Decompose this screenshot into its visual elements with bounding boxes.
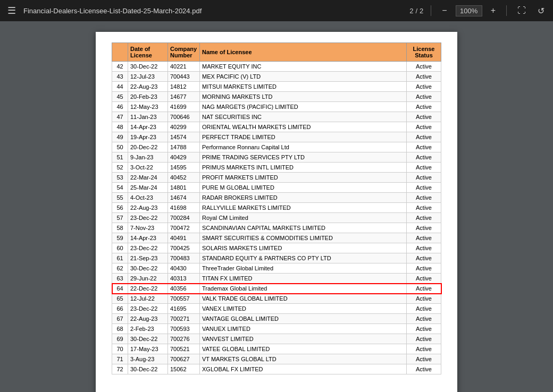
row-date: 4-Oct-23 — [128, 193, 168, 203]
zoom-in-button[interactable]: + — [488, 5, 499, 16]
row-licensee-name: Royal CM Limited — [200, 213, 407, 223]
table-row: 6422-Dec-2240356Trademax Global LimitedA… — [112, 284, 441, 294]
table-row: 5914-Apr-2340491SMART SECURITIES & COMMO… — [112, 233, 441, 243]
row-num: 71 — [112, 354, 128, 364]
pdf-viewer[interactable]: ⊙C KnowFX Date of License Company Number… — [0, 21, 553, 392]
row-date: 2-Feb-23 — [128, 324, 168, 334]
row-date: 3-Aug-23 — [128, 354, 168, 364]
row-licensee-name: RADAR BROKERS LIMITED — [200, 193, 407, 203]
row-status: Active — [407, 344, 441, 354]
toolbar: ☰ Financial-Dealers-Licensee-List-Dated-… — [0, 0, 553, 21]
row-company: 14801 — [168, 183, 200, 193]
row-company: 40299 — [168, 122, 200, 132]
row-date: 22-Aug-23 — [128, 82, 168, 92]
table-row: 4919-Apr-2314574PERFECT TRADE LIMITEDAct… — [112, 132, 441, 142]
row-licensee-name: ORIENTAL WEALTH MARKETS LIMITED — [200, 122, 407, 132]
row-company: 41695 — [168, 304, 200, 314]
row-status: Active — [407, 152, 441, 163]
row-company: 700425 — [168, 243, 200, 253]
row-company: 700646 — [168, 112, 200, 122]
table-row: 5020-Dec-2214788Performance Ronnaru Capi… — [112, 142, 441, 152]
table-row: 7017-May-23700521VATEE GLOBAL LIMITEDAct… — [112, 344, 441, 354]
divider — [431, 5, 431, 16]
table-row: 4230-Dec-2240221MARKET EQUITY INCActive — [112, 62, 441, 72]
row-status: Active — [407, 294, 441, 304]
row-date: 17-May-23 — [128, 344, 168, 354]
row-licensee-name: VANEX LIMITED — [200, 304, 407, 314]
row-num: 66 — [112, 304, 128, 314]
row-date: 20-Dec-22 — [128, 142, 168, 152]
row-date: 30-Dec-22 — [128, 334, 168, 344]
table-row: 6023-Dec-22700425SOLARIS MARKETS LIMITED… — [112, 243, 441, 253]
table-row: 5723-Dec-22700284Royal CM LimitedActive — [112, 213, 441, 223]
page-separator: / — [415, 7, 417, 15]
history-button[interactable]: ↺ — [534, 5, 548, 17]
row-licensee-name: NAG MARGETS (PACIFIC) LIMITED — [200, 102, 407, 112]
fit-page-button[interactable]: ⛶ — [514, 5, 529, 16]
row-date: 22-Aug-23 — [128, 314, 168, 324]
menu-icon[interactable]: ☰ — [5, 3, 18, 19]
row-status: Active — [407, 132, 441, 142]
table-row: 6121-Sep-23700483STANDARD EQUITY & PARTN… — [112, 253, 441, 263]
row-company: 15062 — [168, 364, 200, 374]
document-title: Financial-Dealers-Licensee-List-Dated-25… — [23, 7, 404, 15]
row-company: 40452 — [168, 173, 200, 183]
row-num: 49 — [112, 132, 128, 142]
row-date: 14-Apr-23 — [128, 233, 168, 243]
row-status: Active — [407, 82, 441, 92]
row-licensee-name: MORNING MARKETS LTD — [200, 92, 407, 102]
row-company: 14595 — [168, 163, 200, 173]
table-row: 682-Feb-23700593VANUEX LIMITEDActive — [112, 324, 441, 334]
table-row: 4711-Jan-23700646NAT SECURITIES INCActiv… — [112, 112, 441, 122]
row-company: 700443 — [168, 72, 200, 82]
table-row: 554-Oct-2314674RADAR BROKERS LIMITEDActi… — [112, 193, 441, 203]
row-licensee-name: MITSUI MARKETS LIMITED — [200, 82, 407, 92]
table-row: 713-Aug-23700627VT MARKETS GLOBAL LTDAct… — [112, 354, 441, 364]
row-date: 12-Jul-23 — [128, 72, 168, 82]
row-company: 700483 — [168, 253, 200, 263]
row-company: 40429 — [168, 152, 200, 163]
row-status: Active — [407, 213, 441, 223]
page-indicator: 2 / 2 — [409, 7, 423, 15]
row-num: 57 — [112, 213, 128, 223]
page-current: 2 — [409, 7, 413, 15]
row-num: 59 — [112, 233, 128, 243]
row-num: 56 — [112, 203, 128, 213]
zoom-level: 100% — [456, 5, 482, 16]
row-num: 67 — [112, 314, 128, 324]
row-status: Active — [407, 72, 441, 82]
row-licensee-name: SOLARIS MARKETS LIMITED — [200, 243, 407, 253]
row-company: 40221 — [168, 62, 200, 72]
row-status: Active — [407, 92, 441, 102]
table-row: 519-Jan-2340429PRIME TRADING SERVICES PT… — [112, 152, 441, 163]
row-num: 47 — [112, 112, 128, 122]
row-company: 14674 — [168, 193, 200, 203]
row-company: 700557 — [168, 294, 200, 304]
licensee-table: Date of License Company Number Name of L… — [112, 42, 441, 374]
row-status: Active — [407, 112, 441, 122]
row-licensee-name: VANTAGE GLOBAL LIMITED — [200, 314, 407, 324]
row-date: 23-Dec-22 — [128, 304, 168, 314]
col-company: Company Number — [168, 43, 200, 62]
row-licensee-name: PURE M GLOBAL LIMITED — [200, 183, 407, 193]
row-licensee-name: NAT SECURITIES INC — [200, 112, 407, 122]
row-licensee-name: ThreeTrader Global Limited — [200, 263, 407, 274]
row-num: 46 — [112, 102, 128, 112]
row-status: Active — [407, 102, 441, 112]
row-num: 45 — [112, 92, 128, 102]
row-date: 11-Jan-23 — [128, 112, 168, 122]
row-licensee-name: PRIME TRADING SERVICES PTY LTD — [200, 152, 407, 163]
row-company: 14574 — [168, 132, 200, 142]
row-num: 62 — [112, 263, 128, 274]
row-company: 700521 — [168, 344, 200, 354]
row-num: 70 — [112, 344, 128, 354]
row-status: Active — [407, 263, 441, 274]
table-row: 6722-Aug-23700271VANTAGE GLOBAL LIMITEDA… — [112, 314, 441, 324]
row-licensee-name: SMART SECURITIES & COMMODITIES LIMITED — [200, 233, 407, 243]
row-num: 42 — [112, 62, 128, 72]
zoom-out-button[interactable]: − — [439, 5, 450, 16]
row-company: 700284 — [168, 213, 200, 223]
row-date: 22-Aug-23 — [128, 203, 168, 213]
divider2 — [506, 5, 507, 16]
row-date: 22-Dec-22 — [128, 284, 168, 294]
